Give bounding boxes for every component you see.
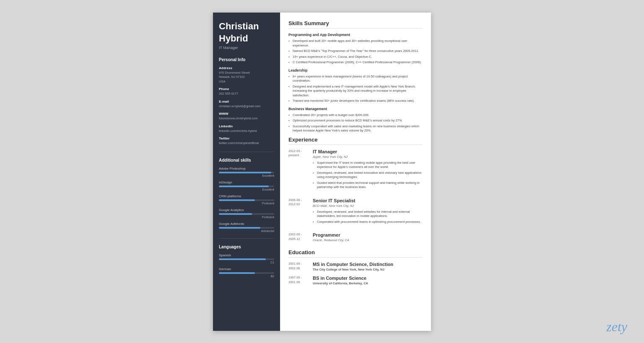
experience-entry: 2012-03 -presentIT ManagerApple, New Yor… — [288, 149, 423, 193]
prog-dev-list: Developed and built 20+ mobile apps and … — [288, 39, 423, 65]
www-value: futureisnow.chrishybrid.com — [219, 116, 274, 121]
language-name: Spanish — [219, 253, 274, 257]
edu-degree: BS in Computer Science — [313, 276, 423, 281]
linkedin-value: linkedin.com/in/chris-hybrid — [219, 129, 274, 134]
language-item: GermanB2 — [219, 267, 274, 278]
skill-item: InDesignExcellent — [219, 181, 274, 191]
exp-bullet-item: Guided talent that provides technical su… — [313, 181, 423, 190]
email-label: E-mail — [219, 100, 274, 103]
business-heading: Business Management — [288, 107, 423, 111]
exp-date: 2012-03 -present — [288, 149, 313, 193]
language-name: German — [219, 267, 274, 271]
language-level: B2 — [219, 275, 274, 278]
skill-bar-fill — [219, 186, 269, 187]
exp-bullet-item: Developed, reviewed, and tested websites… — [313, 210, 423, 219]
languages-heading: Languages — [219, 245, 274, 249]
divider-1 — [219, 152, 274, 152]
bullet-item: Developed and built 20+ mobile apps and … — [288, 39, 423, 48]
address-line2: Newark, NJ 07102 — [219, 75, 274, 80]
address-line3: USA — [219, 80, 274, 84]
skill-level: Excellent — [219, 188, 274, 191]
exp-company: Oracle, Redwood City, CA — [313, 238, 423, 242]
skill-name: InDesign — [219, 181, 274, 184]
language-bar-fill — [219, 272, 255, 274]
leadership-heading: Leadership — [288, 68, 423, 72]
language-level: C1 — [219, 261, 274, 264]
edu-date: 2001-09 -2002-06 — [288, 262, 313, 271]
exp-bullets: Developed, reviewed, and tested websites… — [313, 210, 423, 224]
address-line1: 970 Drummond Street — [219, 71, 274, 75]
education-entry: 1997-09 -2001-06BS in Computer ScienceUn… — [288, 276, 423, 285]
personal-info-heading: Personal Info — [219, 57, 274, 62]
edu-degree: MS in Computer Science, Distinction — [313, 262, 423, 267]
skill-bar-bg — [219, 227, 274, 229]
bullet-item: Named BCD M&E's "Top Programmer of The Y… — [288, 49, 423, 54]
prog-dev-heading: Programming and App Development — [288, 33, 423, 37]
language-bar-fill — [219, 258, 266, 260]
edu-school: The City College of New York, New York C… — [313, 268, 423, 271]
leadership-list: 8+ years experience in team management (… — [288, 75, 423, 103]
education-container: 2001-09 -2002-06MS in Computer Science, … — [288, 262, 423, 285]
skill-bar-fill — [219, 227, 260, 229]
language-bar-bg — [219, 258, 274, 260]
bullet-item: 8+ years experience in team management (… — [288, 75, 423, 83]
bullet-item: C Certified Professional Programmer (200… — [288, 60, 423, 65]
exp-job-title: Senior IT Specialist — [313, 198, 423, 203]
exp-bullet-item: Developed, reviewed, and tested innovati… — [313, 171, 423, 180]
candidate-last-name: Hybrid — [219, 33, 274, 44]
bullet-item: Optimized procurement processes to reduc… — [288, 119, 423, 123]
skill-level: Advanced — [219, 230, 274, 232]
skill-name: Google AdWords — [219, 222, 274, 226]
twitter-label: Twitter — [219, 137, 274, 140]
candidate-first-name: Christian — [219, 21, 274, 31]
skill-bar-bg — [219, 172, 274, 173]
languages-container: SpanishC1GermanB2 — [219, 253, 274, 278]
exp-date: 2006-08 -2012-02 — [288, 198, 313, 228]
skill-level: Proficient — [219, 216, 274, 219]
sidebar: Christian Hybrid IT Manager Personal Inf… — [213, 13, 280, 331]
language-item: SpanishC1 — [219, 253, 274, 264]
exp-content: Senior IT SpecialistBCD M&E, New York Ci… — [313, 198, 423, 228]
edu-date: 1997-09 -2001-06 — [288, 276, 313, 285]
exp-job-title: Programmer — [313, 232, 423, 237]
exp-date: 2002-09 -2005-12 — [288, 232, 313, 244]
resume-container: Christian Hybrid IT Manager Personal Inf… — [213, 13, 431, 331]
experience-heading: Experience — [288, 137, 423, 145]
email-value: christian.w.hybrid@gmail.com — [219, 104, 274, 109]
language-bar-bg — [219, 272, 274, 274]
twitter-value: twitter.com/chrishybridofficial — [219, 141, 274, 146]
skill-level: Proficient — [219, 202, 274, 205]
linkedin-label: LinkedIn — [219, 124, 274, 128]
bullet-item: 15+ years experience in C/C++, Cocoa, an… — [288, 55, 423, 59]
phone-label: Phone — [219, 87, 274, 91]
address-label: Address — [219, 66, 274, 70]
exp-bullet-item: Supervised the IT team in creating mobil… — [313, 161, 423, 170]
education-heading: Education — [288, 249, 423, 258]
candidate-title: IT Manager — [219, 46, 274, 50]
skill-bar-bg — [219, 186, 274, 187]
skill-name: Google Analytics — [219, 208, 274, 212]
exp-content: ProgrammerOracle, Redwood City, CA — [313, 232, 423, 244]
bullet-item: Designed and implemented a new IT manage… — [288, 85, 423, 98]
bullet-item: Coordinated 20+ projects with a budget o… — [288, 113, 423, 118]
bullet-item: Trained and mentored 50+ junior develope… — [288, 99, 423, 103]
exp-bullet-item: Cooperated with procurement teams in opt… — [313, 220, 423, 224]
skills-summary-heading: Skills Summary — [288, 20, 423, 28]
divider-2 — [219, 238, 274, 239]
phone-value: 202 555 0177 — [219, 92, 274, 96]
exp-company: Apple, New York City, NJ — [313, 155, 423, 159]
skill-level: Excellent — [219, 174, 274, 177]
skill-bar-fill — [219, 172, 271, 173]
exp-bullets: Supervised the IT team in creating mobil… — [313, 161, 423, 190]
skills-container: Adobe PhotoshopExcellentInDesignExcellen… — [219, 167, 274, 232]
experience-entry: 2002-09 -2005-12ProgrammerOracle, Redwoo… — [288, 232, 423, 244]
www-label: WWW — [219, 112, 274, 116]
bullet-item: Successfully cooperated with sales and m… — [288, 124, 423, 133]
experience-entry: 2006-08 -2012-02Senior IT SpecialistBCD … — [288, 198, 423, 228]
skill-item: CRM platformsProficient — [219, 194, 274, 205]
skill-bar-fill — [219, 213, 252, 215]
skill-name: CRM platforms — [219, 194, 274, 198]
experience-container: 2012-03 -presentIT ManagerApple, New Yor… — [288, 149, 423, 245]
additional-skills-heading: Additional skills — [219, 158, 274, 162]
main-content: Skills Summary Programming and App Devel… — [280, 13, 431, 331]
